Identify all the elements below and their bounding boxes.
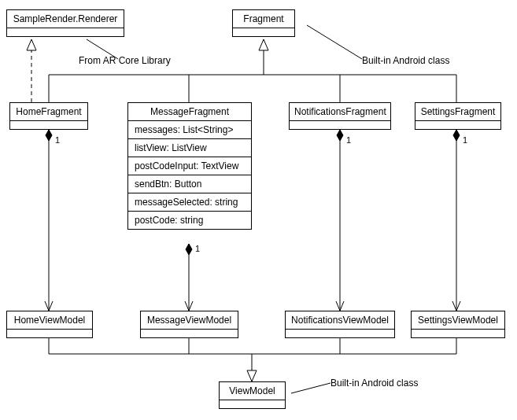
note-builtin-fragment: Built-in Android class bbox=[362, 55, 449, 66]
class-title: HomeFragment bbox=[10, 103, 87, 121]
class-settings-fragment: SettingsFragment bbox=[415, 102, 501, 130]
class-title: SettingsFragment bbox=[415, 103, 500, 121]
svg-line-7 bbox=[307, 25, 362, 59]
multiplicity: 1 bbox=[463, 135, 467, 145]
note-ar-core: From AR Core Library bbox=[79, 55, 171, 66]
class-notifications-fragment: NotificationsFragment bbox=[289, 102, 391, 130]
class-empty-compartment bbox=[412, 330, 504, 337]
class-title: ViewModel bbox=[220, 382, 285, 400]
class-title: SettingsViewModel bbox=[412, 311, 504, 330]
multiplicity: 1 bbox=[195, 244, 200, 253]
class-message-fragment: MessageFragment messages: List<String> l… bbox=[127, 102, 252, 230]
class-settings-viewmodel: SettingsViewModel bbox=[411, 311, 505, 338]
multiplicity: 1 bbox=[55, 135, 60, 145]
class-viewmodel: ViewModel bbox=[219, 381, 286, 409]
class-empty-compartment bbox=[10, 121, 87, 129]
class-empty-compartment bbox=[7, 330, 92, 337]
class-attr: postCodeInput: TextView bbox=[128, 157, 251, 175]
class-fragment: Fragment bbox=[232, 9, 295, 37]
class-title: HomeViewModel bbox=[7, 311, 92, 330]
class-empty-compartment bbox=[290, 121, 390, 129]
svg-line-19 bbox=[291, 383, 331, 393]
class-attr: postCode: string bbox=[128, 212, 251, 229]
class-notifications-viewmodel: NotificationsViewModel bbox=[285, 311, 395, 338]
class-attr: sendBtn: Button bbox=[128, 175, 251, 193]
class-empty-compartment bbox=[141, 330, 238, 337]
class-title: NotificationsViewModel bbox=[286, 311, 394, 330]
class-empty-compartment bbox=[7, 28, 124, 36]
class-home-fragment: HomeFragment bbox=[9, 102, 88, 130]
class-empty-compartment bbox=[233, 28, 294, 36]
class-attr: messageSelected: string bbox=[128, 193, 251, 212]
class-title: NotificationsFragment bbox=[290, 103, 390, 121]
class-message-viewmodel: MessageViewModel bbox=[140, 311, 238, 338]
class-empty-compartment bbox=[415, 121, 500, 129]
multiplicity: 1 bbox=[346, 135, 351, 145]
class-home-viewmodel: HomeViewModel bbox=[6, 311, 93, 338]
class-empty-compartment bbox=[286, 330, 394, 337]
note-builtin-viewmodel: Built-in Android class bbox=[331, 378, 418, 389]
class-attr: messages: List<String> bbox=[128, 121, 251, 139]
class-attr: listView: ListView bbox=[128, 139, 251, 157]
class-empty-compartment bbox=[220, 400, 285, 408]
class-title: MessageViewModel bbox=[141, 311, 238, 330]
class-sample-render: SampleRender.Renderer bbox=[6, 9, 124, 37]
class-title: Fragment bbox=[233, 10, 294, 28]
class-title: SampleRender.Renderer bbox=[7, 10, 124, 28]
class-title: MessageFragment bbox=[128, 103, 251, 121]
